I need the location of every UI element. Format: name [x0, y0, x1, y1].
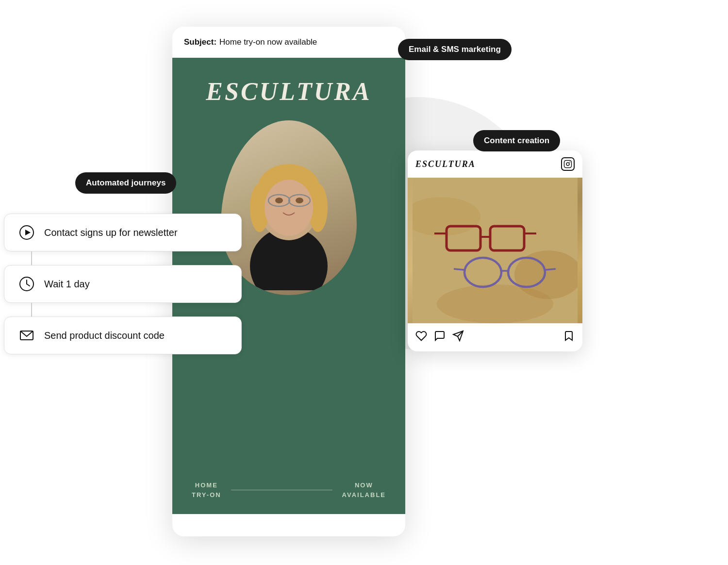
instagram-product-image — [408, 178, 582, 323]
svg-line-16 — [27, 284, 30, 286]
journey-card-trigger: Contact signs up for newsletter — [4, 214, 242, 251]
svg-point-20 — [569, 162, 570, 163]
footer-left: HOME TRY-ON — [192, 481, 221, 499]
envelope-icon — [18, 327, 35, 344]
svg-line-34 — [545, 269, 556, 270]
svg-point-6 — [265, 180, 313, 236]
svg-point-11 — [296, 198, 303, 203]
bookmark-icon[interactable] — [563, 330, 575, 345]
instagram-icon — [561, 157, 575, 171]
instagram-footer — [408, 323, 582, 351]
footer-right: NOW AVAILABLE — [342, 481, 386, 499]
instagram-brand: ESCULTURA — [415, 159, 476, 169]
svg-marker-13 — [25, 230, 31, 235]
glasses-visual — [408, 178, 582, 323]
instagram-actions — [415, 330, 464, 345]
svg-line-33 — [454, 269, 464, 270]
svg-rect-18 — [564, 161, 572, 168]
comment-icon[interactable] — [434, 330, 446, 345]
scene: Email & SMS marketing Content creation A… — [0, 0, 728, 565]
heart-icon[interactable] — [415, 330, 427, 345]
clock-icon — [18, 275, 35, 293]
badge-automated-journeys: Automated journeys — [75, 172, 176, 194]
email-header: Subject: Home try-on now available — [172, 27, 405, 58]
share-icon[interactable] — [452, 330, 464, 345]
journey-action-label: Send product discount code — [44, 330, 165, 341]
journey-trigger-label: Contact signs up for newsletter — [44, 227, 178, 238]
badge-content-creation: Content creation — [473, 130, 560, 151]
instagram-header: ESCULTURA — [408, 150, 582, 178]
footer-divider — [231, 490, 332, 490]
connector-1 — [31, 251, 32, 265]
email-subject-text: Home try-on now available — [219, 37, 317, 47]
svg-point-10 — [275, 198, 283, 203]
journey-flow: Contact signs up for newsletter Wait 1 d… — [4, 214, 242, 354]
play-circle-icon — [18, 224, 35, 241]
journey-card-action: Send product discount code — [4, 316, 242, 354]
email-subject-label: Subject: — [184, 37, 216, 47]
svg-point-19 — [566, 163, 569, 166]
instagram-card: ESCULTURA — [408, 150, 582, 351]
email-brand-title: ESCULTURA — [206, 77, 371, 106]
journey-wait-label: Wait 1 day — [44, 279, 90, 290]
email-footer: HOME TRY-ON NOW AVAILABLE — [172, 481, 405, 499]
badge-email-sms: Email & SMS marketing — [398, 39, 512, 60]
connector-2 — [31, 303, 32, 316]
journey-card-wait: Wait 1 day — [4, 265, 242, 303]
svg-point-24 — [437, 284, 553, 323]
